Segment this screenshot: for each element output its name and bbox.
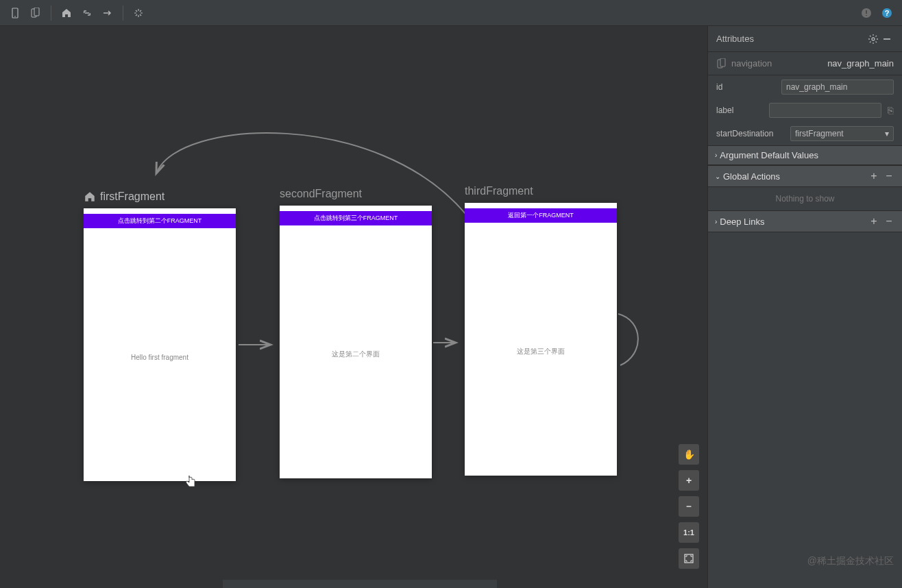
bottom-bar — [223, 580, 497, 588]
fragment-preview: 点击跳转到第三个FRAGMENT 这是第二个界面 — [280, 206, 432, 478]
gear-icon[interactable] — [866, 32, 880, 46]
add-icon[interactable]: + — [868, 215, 880, 228]
label-extra-icon[interactable]: ⎘ — [887, 105, 894, 116]
pan-button[interactable]: ✋ — [679, 444, 699, 465]
fragment-title-text: secondFragment — [280, 188, 362, 200]
chevron-down-icon: ▾ — [885, 129, 889, 138]
fragment-title: secondFragment — [280, 188, 432, 200]
label-input[interactable] — [769, 103, 881, 118]
toolbar-divider — [123, 5, 123, 21]
global-actions-empty: Nothing to show — [708, 187, 902, 210]
section-title: Global Actions — [723, 171, 780, 182]
phone-icon[interactable] — [5, 3, 25, 23]
fragment-preview: 点击跳转到第二个FRAGMENT Hello first fragment — [84, 208, 236, 481]
svg-rect-13 — [720, 58, 725, 66]
label-row: label ⎘ — [708, 99, 902, 122]
canvas[interactable]: firstFragment 点击跳转到第二个FRAGMENT Hello fir… — [0, 26, 707, 588]
fragment-third[interactable]: thirdFragment 返回第一个FRAGMENT 这是第三个界面 — [465, 185, 617, 476]
fragment-header: 点击跳转到第三个FRAGMENT — [280, 211, 432, 225]
chevron-right-icon: › — [715, 218, 717, 225]
home-icon — [84, 191, 96, 203]
breadcrumb-type: navigation — [731, 58, 772, 69]
fragment-title-text: firstFragment — [100, 191, 164, 203]
fragment-title: thirdFragment — [465, 185, 617, 197]
id-label: id — [716, 82, 776, 92]
arrow-right-icon[interactable] — [98, 3, 117, 23]
breadcrumb: navigation nav_graph_main — [708, 52, 902, 75]
svg-rect-3 — [34, 8, 39, 16]
section-deep-links[interactable]: › Deep Links + − — [708, 210, 902, 232]
warning-icon[interactable] — [857, 3, 876, 23]
id-row: id — [708, 75, 902, 99]
home-icon[interactable] — [57, 3, 76, 23]
fragment-body: 这是第三个界面 — [465, 223, 617, 480]
add-icon[interactable]: + — [868, 170, 880, 182]
remove-icon[interactable]: − — [883, 215, 895, 228]
zoom-controls: ✋ + － 1:1 — [679, 444, 699, 569]
fragment-header: 点击跳转到第二个FRAGMENT — [84, 214, 236, 228]
startdestination-row: startDestination firstFragment ▾ — [708, 122, 902, 145]
fragment-title-text: thirdFragment — [465, 185, 533, 197]
help-icon[interactable]: ? — [877, 3, 897, 23]
minimize-icon[interactable] — [880, 32, 894, 46]
fragment-title: firstFragment — [84, 191, 236, 203]
zoom-actual-button[interactable]: 1:1 — [679, 522, 699, 543]
nav-icon — [716, 58, 727, 69]
svg-rect-9 — [685, 554, 693, 563]
link-icon[interactable] — [77, 3, 97, 23]
section-title: Deep Links — [720, 217, 764, 227]
phones-icon[interactable] — [26, 3, 45, 23]
id-input[interactable] — [781, 79, 894, 95]
fragment-header: 返回第一个FRAGMENT — [465, 208, 617, 223]
section-argument-defaults[interactable]: › Argument Default Values — [708, 145, 902, 165]
wand-icon[interactable] — [129, 3, 148, 23]
section-title: Argument Default Values — [720, 150, 818, 160]
panel-header: Attributes — [708, 26, 902, 52]
fragment-second[interactable]: secondFragment 点击跳转到第三个FRAGMENT 这是第二个界面 — [280, 188, 432, 478]
remove-icon[interactable]: − — [883, 170, 895, 182]
svg-point-10 — [872, 38, 875, 40]
panel-title: Attributes — [716, 34, 754, 44]
zoom-out-button[interactable]: － — [679, 496, 699, 517]
toolbar-divider — [51, 5, 51, 21]
startdestination-select[interactable]: firstFragment ▾ — [790, 126, 894, 141]
breadcrumb-name: nav_graph_main — [827, 58, 894, 69]
zoom-fit-button[interactable] — [679, 548, 699, 569]
svg-text:?: ? — [885, 9, 890, 17]
startdestination-label: startDestination — [716, 129, 785, 138]
fragment-body: Hello first fragment — [84, 228, 236, 486]
section-global-actions[interactable]: ⌄ Global Actions + − — [708, 165, 902, 187]
svg-point-1 — [14, 16, 16, 17]
watermark: @稀土掘金技术社区 — [807, 555, 894, 567]
fragment-first[interactable]: firstFragment 点击跳转到第二个FRAGMENT Hello fir… — [84, 191, 236, 481]
fragment-preview: 返回第一个FRAGMENT 这是第三个界面 — [465, 203, 617, 476]
chevron-right-icon: › — [715, 151, 717, 159]
attributes-panel: Attributes navigation nav_graph_main id … — [707, 26, 902, 588]
zoom-in-button[interactable]: + — [679, 470, 699, 491]
toolbar: ? — [0, 0, 902, 26]
label-label: label — [716, 106, 764, 115]
fragment-body: 这是第二个界面 — [280, 225, 432, 483]
chevron-down-icon: ⌄ — [715, 173, 720, 180]
